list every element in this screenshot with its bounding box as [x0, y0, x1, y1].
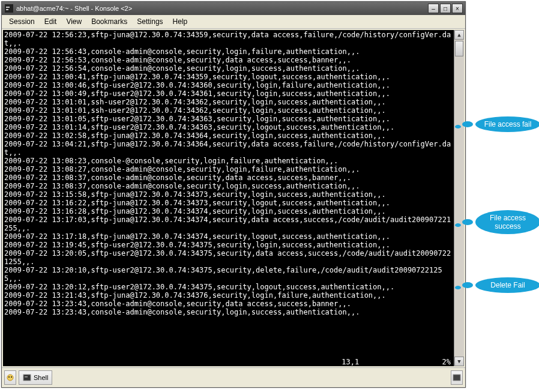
callout-file-access-fail: File access fail [475, 116, 539, 132]
log-line: 2009-07-22 13:23:43,console-admin@consol… [4, 300, 453, 308]
shell-icon [23, 373, 31, 382]
callout-text: Delete Fail [490, 281, 525, 289]
minimize-button[interactable]: – [428, 4, 439, 13]
log-line: 2009-07-22 13:20:12,sftp-user2@172.30.0.… [4, 283, 453, 291]
tab-label: Shell [34, 374, 48, 381]
log-line: 2009-07-22 13:19:45,sftp-user2@172.30.0.… [4, 241, 453, 249]
log-line: 2009-07-22 13:00:49,sftp-user2@172.30.0.… [4, 89, 453, 98]
close-tab-button[interactable] [451, 370, 463, 385]
window-title: abhat@acme74:~ - Shell - Konsole <2> [16, 5, 427, 12]
log-line: 2009-07-22 13:23:43,console-admin@consol… [4, 308, 453, 316]
close-button[interactable]: × [452, 4, 463, 13]
app-icon [4, 4, 14, 13]
scroll-percent: 2% [442, 358, 451, 366]
log-line: 2009-07-22 13:21:43,sftp-juna@172.30.0.7… [4, 291, 453, 300]
scroll-down-arrow-icon[interactable]: ▼ [454, 357, 464, 366]
log-line: 2009-07-22 13:08:37,console-admin@consol… [4, 173, 453, 182]
log-line: 2009-07-22 12:56:54,console-admin@consol… [4, 64, 453, 73]
tab-close-icon [453, 373, 461, 382]
log-line: 2009-07-22 13:00:41,sftp-juna@172.30.0.7… [4, 73, 453, 81]
callout-text-line2: success [495, 222, 520, 231]
new-tab-button[interactable] [4, 370, 16, 385]
menu-settings[interactable]: Settings [132, 16, 167, 27]
svg-rect-2 [6, 9, 8, 10]
log-line: 2009-07-22 13:00:46,sftp-user2@172.30.0.… [4, 81, 453, 89]
log-line: 2009-07-22 13:08:23,console-@console,sec… [4, 157, 453, 165]
callout-delete-fail: Delete Fail [475, 277, 539, 293]
log-line: 2009-07-22 13:01:01,ssh-user2@172.30.0.7… [4, 98, 453, 106]
log-line: 2009-07-22 13:01:14,sftp-user2@172.30.0.… [4, 123, 453, 131]
konsole-window: abhat@acme74:~ - Shell - Konsole <2> – □… [1, 1, 466, 388]
log-line: 2009-07-22 13:02:58,sftp-juna@172.30.0.7… [4, 131, 453, 140]
menu-session[interactable]: Session [4, 16, 40, 27]
log-line: 2009-07-22 13:01:01,ssh-user2@172.30.0.7… [4, 106, 453, 115]
callout-text-line1: File access [490, 214, 526, 222]
scrollbar[interactable]: ▲ ▼ [454, 30, 464, 366]
terminal-container: 2009-07-22 12:56:23,sftp-juna@172.30.0.7… [2, 29, 465, 367]
svg-rect-6 [23, 375, 31, 381]
log-line: 2009-07-22 13:16:28,sftp-juna@172.30.0.7… [4, 207, 453, 216]
menu-view[interactable]: View [61, 16, 86, 27]
log-line: 2009-07-22 13:20:10,sftp-user2@172.30.0.… [4, 266, 453, 283]
log-line: 2009-07-22 13:04:21,sftp-juna@172.30.0.7… [4, 140, 453, 157]
svg-point-4 [8, 376, 10, 378]
terminal-status: 13,1 2% [342, 358, 451, 366]
scrollbar-thumb[interactable] [455, 41, 463, 56]
maximize-button[interactable]: □ [440, 4, 451, 13]
log-line: 2009-07-22 13:15:58,sftp-juna@172.30.0.7… [4, 190, 453, 199]
svg-point-5 [11, 376, 12, 378]
new-session-icon [6, 373, 14, 382]
log-line: 2009-07-22 13:17:03,sftp-juna@172.30.0.7… [4, 216, 453, 232]
menu-bookmarks[interactable]: Bookmarks [86, 16, 132, 27]
cursor-position: 13,1 [342, 358, 438, 366]
log-line: 2009-07-22 13:16:22,sftp-juna@172.30.0.7… [4, 199, 453, 207]
svg-point-3 [7, 375, 13, 381]
terminal[interactable]: 2009-07-22 12:56:23,sftp-juna@172.30.0.7… [3, 30, 464, 366]
callout-file-access-success: File access success [475, 210, 539, 234]
scroll-up-arrow-icon[interactable]: ▲ [454, 30, 464, 40]
log-line: 2009-07-22 12:56:23,sftp-juna@172.30.0.7… [4, 31, 453, 47]
menu-bar: Session Edit View Bookmarks Settings Hel… [2, 15, 465, 29]
svg-rect-8 [453, 375, 460, 381]
svg-rect-0 [5, 4, 13, 13]
svg-rect-1 [6, 7, 10, 8]
terminal-content[interactable]: 2009-07-22 12:56:23,sftp-juna@172.30.0.7… [3, 30, 454, 366]
log-line: 2009-07-22 12:56:53,console-admin@consol… [4, 56, 453, 64]
log-line: 2009-07-22 13:08:37,console-admin@consol… [4, 182, 453, 190]
log-line: 2009-07-22 13:01:05,sftp-user2@172.30.0.… [4, 115, 453, 123]
log-line: 2009-07-22 12:56:43,console-admin@consol… [4, 47, 453, 56]
window-titlebar[interactable]: abhat@acme74:~ - Shell - Konsole <2> – □… [2, 2, 465, 15]
tab-shell[interactable]: Shell [19, 370, 52, 385]
menu-edit[interactable]: Edit [40, 16, 62, 27]
log-line: 2009-07-22 13:20:05,sftp-user2@172.30.0.… [4, 249, 453, 266]
svg-rect-7 [25, 376, 28, 378]
log-line: 2009-07-22 13:08:27,console-admin@consol… [4, 165, 453, 173]
log-line: 2009-07-22 13:17:18,sftp-juna@172.30.0.7… [4, 232, 453, 241]
tab-bar: Shell [2, 367, 465, 387]
menu-help[interactable]: Help [168, 16, 193, 27]
callout-text: File access fail [484, 120, 532, 128]
